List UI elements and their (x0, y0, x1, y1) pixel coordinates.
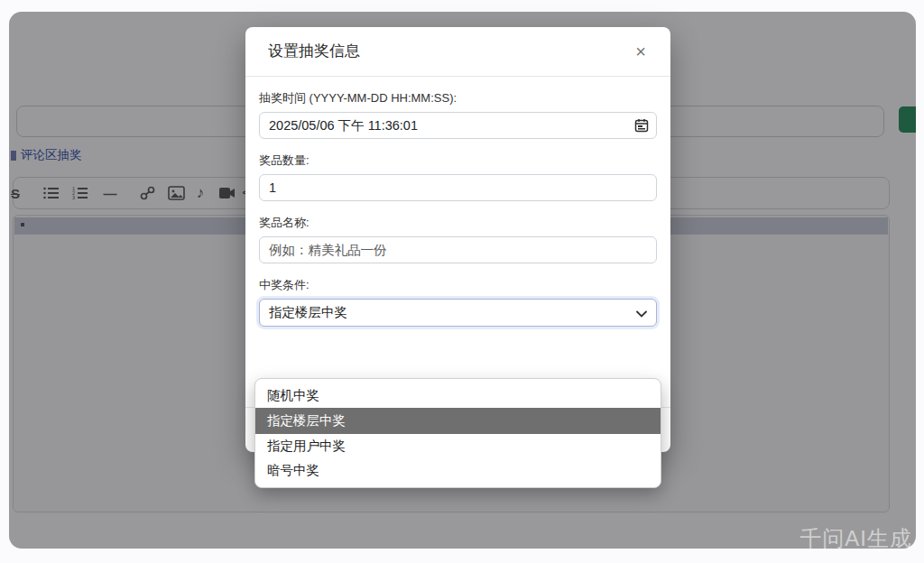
prize-quantity-label: 奖品数量: (259, 153, 657, 168)
ai-watermark: 千问AI生成 (799, 524, 912, 553)
dialog-header: 设置抽奖信息 × (245, 27, 670, 77)
calendar-icon[interactable] (634, 118, 649, 136)
prize-name-field: 奖品名称: (259, 216, 657, 263)
lottery-settings-dialog: 设置抽奖信息 × 抽奖时间 (YYYY-MM-DD HH:MM:SS): 奖品数… (245, 27, 670, 452)
dialog-title: 设置抽奖信息 (268, 41, 360, 62)
win-condition-dropdown: 随机中奖 指定楼层中奖 指定用户中奖 暗号中奖 (254, 378, 661, 488)
prize-quantity-input[interactable] (259, 174, 657, 201)
dialog-body: 抽奖时间 (YYYY-MM-DD HH:MM:SS): 奖品数量: 奖品名称: … (245, 77, 670, 327)
win-condition-label: 中奖条件: (259, 278, 657, 292)
screenshot-stage: 评论区抽奖 S 123 — ♪ < (0, 0, 924, 563)
prize-name-label: 奖品名称: (259, 216, 657, 230)
lottery-time-input[interactable] (259, 112, 657, 139)
win-condition-selected-value: 指定楼层中奖 (269, 304, 347, 321)
lottery-time-label: 抽奖时间 (YYYY-MM-DD HH:MM:SS): (259, 91, 657, 106)
dropdown-option-random[interactable]: 随机中奖 (255, 383, 661, 408)
win-condition-field: 中奖条件: 指定楼层中奖 (259, 278, 657, 327)
win-condition-select[interactable]: 指定楼层中奖 (259, 299, 657, 327)
dropdown-option-code[interactable]: 暗号中奖 (255, 458, 661, 483)
prize-quantity-field: 奖品数量: (259, 153, 657, 201)
dropdown-option-user[interactable]: 指定用户中奖 (255, 434, 661, 458)
dropdown-option-floor[interactable]: 指定楼层中奖 (255, 408, 661, 434)
lottery-time-field: 抽奖时间 (YYYY-MM-DD HH:MM:SS): (259, 91, 657, 139)
close-icon[interactable]: × (633, 42, 648, 60)
prize-name-input[interactable] (259, 236, 657, 263)
chevron-down-icon (636, 306, 647, 320)
